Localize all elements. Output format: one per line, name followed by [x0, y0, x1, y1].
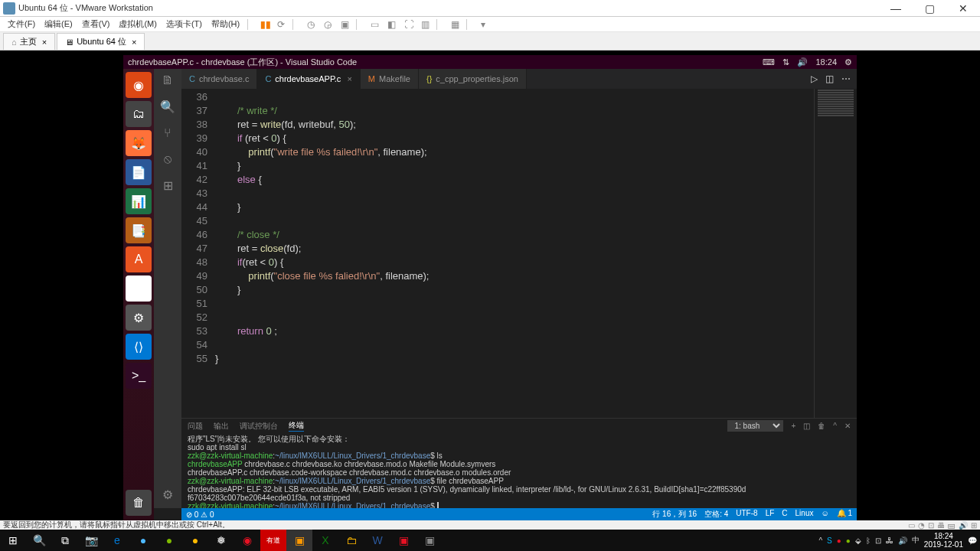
app-icon[interactable]: ❅ [208, 530, 234, 551]
tray-icon[interactable]: ● [846, 536, 851, 545]
editor[interactable]: 3637383940414243444546474849505152535455… [181, 89, 857, 418]
impress-icon[interactable]: 📑 [126, 217, 152, 243]
trash-icon[interactable]: 🗑 [126, 490, 152, 516]
terminal[interactable]: 程序"LS"尚未安装。 您可以使用以下命令安装：sudo apt install… [181, 433, 857, 508]
status-eol[interactable]: LF [766, 509, 775, 520]
status-spaces[interactable]: 空格: 4 [704, 509, 728, 520]
extensions-icon[interactable]: ⊞ [163, 178, 173, 193]
menu-help[interactable]: 帮助(H) [207, 18, 244, 30]
power-icon[interactable]: ⟳ [273, 19, 283, 30]
vscode-icon[interactable]: ⟨⟩ [126, 334, 152, 360]
search-icon[interactable]: 🔍 [160, 99, 175, 114]
menu-edit[interactable]: 编辑(E) [40, 18, 77, 30]
app-icon[interactable]: ● [156, 530, 182, 551]
excel-icon[interactable]: X [312, 530, 338, 551]
tray-ime-icon[interactable]: 中 [912, 535, 920, 546]
debug-icon[interactable]: ⦸ [164, 152, 172, 166]
terminal-icon[interactable]: >_ [126, 363, 152, 389]
explorer-icon[interactable]: 🗎 [162, 73, 174, 87]
snapshot-manager-icon[interactable]: ▣ [336, 19, 347, 30]
app-icon[interactable]: ▣ [390, 530, 416, 551]
tray-skype-icon[interactable]: S [827, 536, 832, 545]
tray-volume-icon[interactable]: 🔊 [898, 536, 907, 545]
seamless-icon[interactable]: ⛶ [400, 19, 410, 30]
split-icon[interactable]: ◫ [825, 73, 834, 84]
tab-close-icon[interactable]: × [129, 37, 136, 47]
sound-icon[interactable]: 🔊 [797, 57, 808, 67]
vmware-taskbar-icon[interactable]: ▣ [286, 530, 312, 551]
camera-app-icon[interactable]: 📷 [78, 530, 104, 551]
word-icon[interactable]: W [364, 530, 390, 551]
device-icon[interactable]: ⊞ [971, 521, 977, 530]
panel-tab-terminal[interactable]: 终端 [289, 420, 304, 432]
explorer-icon[interactable]: 🗀 [338, 530, 364, 551]
editor-tab[interactable]: {}c_cpp_properties.json [419, 69, 527, 89]
taskbar-clock[interactable]: 18:242019-12-01 [924, 532, 963, 549]
fullscreen-icon[interactable]: ▭ [366, 19, 377, 30]
gear-icon[interactable]: ⚙ [844, 57, 852, 67]
search-button[interactable]: 🔍 [26, 530, 52, 551]
menu-file[interactable]: 文件(F) [3, 18, 40, 30]
gear-icon[interactable]: ⚙ [162, 487, 173, 502]
firefox-icon[interactable]: 🦊 [126, 130, 152, 156]
more-icon[interactable]: ⋯ [841, 73, 851, 84]
library-icon[interactable]: ▦ [446, 19, 457, 30]
device-icon[interactable]: ▭ [908, 521, 915, 530]
maximize-panel-icon[interactable]: ^ [833, 422, 837, 430]
panel-time[interactable]: 18:24 [815, 57, 837, 67]
console-icon[interactable]: ▥ [416, 19, 427, 30]
editor-tab[interactable]: CchrdevbaseAPP.c× [257, 69, 360, 89]
tray-icon[interactable]: ⊡ [875, 536, 881, 545]
app-icon[interactable]: ▣ [416, 530, 443, 551]
menu-tabs[interactable]: 选项卡(T) [162, 18, 207, 30]
status-errors[interactable]: ⊘ 0 ⚠ 0 [186, 510, 214, 519]
taskview-button[interactable]: ⧉ [52, 530, 78, 551]
tray-network-icon[interactable]: 🖧 [886, 536, 893, 545]
close-button[interactable]: ✕ [946, 0, 980, 17]
device-icon[interactable]: ⊡ [928, 521, 934, 530]
browser-icon[interactable]: ● [130, 530, 156, 551]
editor-tab[interactable]: MMakefile [361, 69, 419, 89]
status-encoding[interactable]: UTF-8 [736, 509, 757, 520]
start-button[interactable]: ⊞ [0, 530, 26, 551]
tray-chevron-icon[interactable]: ^ [818, 536, 822, 545]
panel-tab-debug[interactable]: 调试控制台 [240, 421, 278, 432]
vmware-tab-vm[interactable]: 🖥Ubuntu 64 位 × [57, 33, 145, 50]
tray-icon[interactable]: ⬙ [855, 536, 861, 545]
device-icon[interactable]: 🖴 [948, 521, 956, 530]
new-terminal-icon[interactable]: + [791, 422, 795, 430]
device-icon[interactable]: ◔ [918, 521, 925, 530]
maximize-button[interactable]: ▢ [913, 0, 946, 17]
tab-close-icon[interactable]: × [347, 74, 351, 83]
tab-close-icon[interactable]: × [40, 37, 47, 47]
run-icon[interactable]: ▷ [811, 73, 818, 84]
status-bell-icon[interactable]: 🔔 1 [837, 509, 852, 520]
tray-bluetooth-icon[interactable]: ᛒ [866, 536, 871, 545]
snapshot-icon[interactable]: ◷ [302, 19, 313, 30]
software-icon[interactable]: A [126, 246, 152, 272]
status-feedback-icon[interactable]: ☺ [821, 509, 828, 520]
scm-icon[interactable]: ⑂ [164, 126, 172, 140]
tray-icon[interactable]: ● [837, 536, 841, 545]
editor-tab[interactable]: Cchrdevbase.c [181, 69, 257, 89]
vmware-tab-home[interactable]: ⌂主页 × [3, 33, 55, 50]
app-icon[interactable]: 有道 [260, 530, 286, 551]
code-area[interactable]: /* write */ ret = write(fd, writebuf, 50… [215, 89, 814, 418]
network-icon[interactable]: ⇅ [782, 57, 789, 67]
edge-icon[interactable]: e [104, 530, 130, 551]
panel-tab-output[interactable]: 输出 [214, 421, 229, 432]
dropdown-icon[interactable]: ▾ [476, 19, 487, 30]
files-icon[interactable]: 🗂 [126, 101, 152, 127]
minimize-button[interactable]: — [879, 0, 913, 17]
writer-icon[interactable]: 📄 [126, 159, 152, 185]
minimap[interactable] [814, 89, 857, 418]
kill-terminal-icon[interactable]: 🗑 [818, 422, 825, 430]
amazon-icon[interactable]: a [126, 276, 152, 302]
app-icon[interactable]: ◉ [234, 530, 260, 551]
device-icon[interactable]: 🔊 [959, 521, 968, 530]
menu-vm[interactable]: 虚拟机(M) [114, 18, 162, 30]
calc-icon[interactable]: 📊 [126, 188, 152, 214]
terminal-selector[interactable]: 1: bash [727, 420, 783, 432]
panel-tab-problems[interactable]: 问题 [188, 421, 203, 432]
app-icon[interactable]: ● [182, 530, 208, 551]
